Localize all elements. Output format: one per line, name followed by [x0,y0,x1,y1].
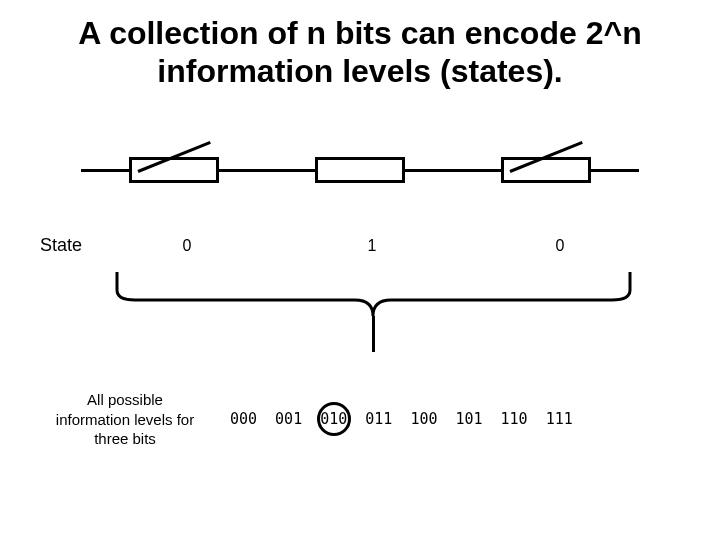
switch-state-0: 0 [183,237,192,255]
switch-symbol-open-0 [129,157,219,183]
level-value: 101 [455,410,482,428]
switch-1 [267,157,453,183]
indicator-circle-icon [317,402,351,436]
wire-segment [219,169,267,172]
page-title: A collection of n bits can encode 2^n in… [0,0,720,91]
switch-symbol-closed-1 [315,157,405,183]
switch-symbol-open-2 [501,157,591,183]
switch-2 [453,157,639,183]
level-value: 100 [410,410,437,428]
level-value: 110 [501,410,528,428]
wire-segment [267,169,315,172]
switch-state-2: 0 [556,237,565,255]
level-value: 010 [320,410,347,428]
switches-row [0,140,720,200]
wire-segment [405,169,453,172]
switch-0 [81,157,267,183]
level-value: 001 [275,410,302,428]
state-row-label: State [40,235,82,256]
level-value: 000 [230,410,257,428]
levels-list: 000001010011100101110111 [230,410,573,428]
levels-label: All possible information levels for thre… [0,390,230,449]
level-value: 011 [365,410,392,428]
wire-segment [591,169,639,172]
levels-row: All possible information levels for thre… [0,390,720,449]
state-row: State 0 1 0 [0,235,720,265]
switch-state-1: 1 [368,237,377,255]
wire-segment [81,169,129,172]
curly-brace-icon [115,272,632,352]
wire-segment [453,169,501,172]
level-value: 111 [546,410,573,428]
